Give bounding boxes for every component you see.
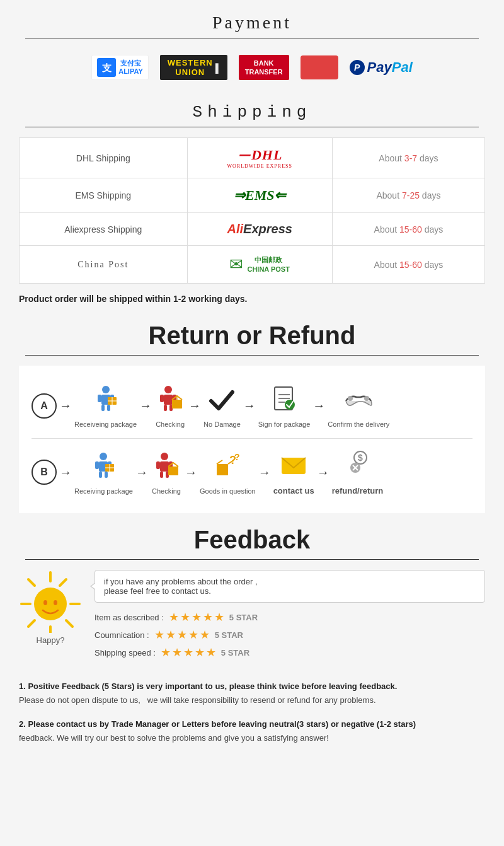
feedback-row-3: Shipping speed : ★ ★ ★ ★ ★ 5 STAR [94, 646, 485, 659]
row2-rating: 5 STAR [215, 630, 243, 640]
dhl-logo-cell: ⸺DHLWORLDWIDE EXPRESS [187, 138, 332, 178]
alipay-icon: 支 [97, 58, 116, 77]
table-row: DHL Shipping ⸺DHLWORLDWIDE EXPRESS About… [20, 138, 485, 178]
flow-a-arrow1: → [139, 398, 152, 413]
step5-text: Confirm the delivery [328, 420, 389, 428]
flow-a-arrow3: → [243, 398, 256, 413]
svg-line-59 [60, 579, 66, 586]
star: ★ [195, 646, 205, 659]
star: ★ [214, 610, 224, 624]
dhl-label: DHL Shipping [20, 138, 188, 178]
sun-container: Happy? [19, 570, 82, 645]
note-1: 1. Positive Feedback (5 Stars) is very i… [19, 680, 485, 707]
flow-b-step2: Checking [151, 450, 182, 495]
note1-body: Please do not open dispute to us, we wil… [19, 695, 376, 705]
star: ★ [188, 628, 198, 642]
svg-rect-28 [95, 461, 99, 469]
aliexpress-logo-cell: AliExpress [187, 213, 332, 246]
svg-point-25 [364, 396, 369, 401]
checking-icon [154, 383, 186, 415]
bank-transfer-logo: BANKTRANSFER [239, 55, 289, 80]
b-step1-text: Receiving package [74, 487, 133, 495]
feedback-section: Feedback Happy? [0, 519, 504, 673]
step1-icon [90, 383, 122, 418]
flow-b-step4: contact us [273, 449, 314, 495]
paypal-logo: P PayPal [350, 55, 413, 80]
flow-b-step1: Receiving package [74, 450, 133, 495]
svg-point-24 [348, 396, 353, 401]
flow-b-arrow2: → [185, 465, 197, 480]
payment-title: Payment [19, 13, 485, 33]
sun-icon [19, 570, 82, 633]
b-step2-text: Checking [152, 487, 181, 495]
row3-stars: ★ ★ ★ ★ ★ [161, 646, 216, 659]
svg-point-11 [164, 386, 172, 393]
svg-rect-42 [217, 464, 228, 475]
b-step4-text: contact us [273, 486, 314, 495]
row1-label: Item as described : [94, 613, 164, 622]
chinapost-logo-cell: ✉ 中国邮政CHINA POST [187, 246, 332, 284]
flow-b-step5: $ refund/return [332, 449, 384, 495]
flow-b-arrow0: → [59, 465, 72, 480]
bubble-text: if you have any problems about the order… [104, 577, 258, 596]
svg-text:支: 支 [101, 62, 112, 73]
row2-stars: ★ ★ ★ ★ ★ [154, 628, 210, 642]
b-step5-text: refund/return [332, 486, 384, 495]
note2-body: feedback. We will try our best to solve … [19, 733, 329, 743]
svg-rect-6 [101, 405, 105, 411]
note2-strong: 2. Please contact us by Trade Manager or… [19, 719, 416, 729]
flow-b-row: B → Receiving p [32, 441, 472, 503]
step3-text: No Damage [203, 420, 241, 428]
flow-b-step3: ? ? Goods in question [200, 450, 256, 495]
ems-logo: ⇒EMS⇐ [194, 187, 326, 204]
dhl-logo-text: ⸺DHLWORLDWIDE EXPRESS [194, 147, 326, 169]
wu-double-bar: ‖ [214, 62, 220, 74]
return-divider [25, 355, 479, 356]
nodamage-icon [206, 383, 238, 415]
shipping-section: Shipping DHL Shipping ⸺DHLWORLDWIDE EXPR… [0, 96, 504, 315]
dhl-logo: ⸺DHLWORLDWIDE EXPRESS [194, 147, 326, 169]
shipping-divider [25, 127, 479, 127]
feedback-row-2: Coumnication : ★ ★ ★ ★ ★ 5 STAR [94, 628, 485, 642]
svg-point-63 [54, 600, 57, 605]
svg-rect-12 [164, 395, 173, 405]
star: ★ [166, 628, 176, 642]
cc-lines [318, 68, 321, 70]
b-step2-icon [151, 450, 182, 485]
star: ★ [206, 646, 216, 659]
step5-icon [343, 383, 374, 418]
flow-divider [32, 438, 472, 439]
payment-logos: 支 支付宝ALIPAY WESTERNUNION ‖ BANKTRANSFER [19, 49, 485, 90]
svg-point-53 [34, 588, 67, 620]
b-receiving-icon [88, 450, 119, 482]
step2-icon [154, 383, 186, 418]
svg-rect-36 [160, 461, 169, 472]
shipping-table: DHL Shipping ⸺DHLWORLDWIDE EXPRESS About… [19, 137, 485, 284]
alipay-text: 支付宝ALIPAY [118, 59, 143, 76]
ems-logo-cell: ⇒EMS⇐ [187, 178, 332, 213]
row2-label: Coumnication : [94, 630, 149, 640]
aliexpress-logo: AliExpress [194, 222, 326, 236]
ems-label: EMS Shipping [20, 178, 188, 213]
table-row: EMS Shipping ⇒EMS⇐ About 7-25 days [20, 178, 485, 213]
svg-point-2 [102, 386, 110, 393]
star: ★ [203, 610, 213, 624]
b-step5-icon: $ [341, 449, 373, 484]
feedback-right: if you have any problems about the order… [94, 570, 485, 663]
svg-rect-39 [160, 472, 163, 478]
chinapost-time: About 15-60 days [332, 246, 484, 284]
b-contact-icon [278, 449, 309, 480]
aliexpress-time: About 15-60 days [332, 213, 484, 246]
svg-rect-30 [99, 472, 102, 478]
step4-icon [268, 383, 300, 418]
svg-line-61 [66, 620, 72, 627]
note-2: 2. Please contact us by Trade Manager or… [19, 717, 485, 745]
svg-line-58 [28, 579, 35, 586]
payment-section: Payment 支 支付宝ALIPAY WESTERNUNION ‖ BANKT… [0, 0, 504, 96]
feedback-row-1: Item as described : ★ ★ ★ ★ ★ 5 STAR [94, 610, 485, 624]
chinapost-logo: ✉ 中国邮政CHINA POST [194, 255, 326, 274]
flow-a-arrow4: → [312, 398, 325, 413]
shipping-notice: Product order will be shipped within 1-2… [19, 291, 485, 309]
svg-point-35 [161, 453, 168, 460]
row3-label: Shipping speed : [94, 648, 156, 658]
